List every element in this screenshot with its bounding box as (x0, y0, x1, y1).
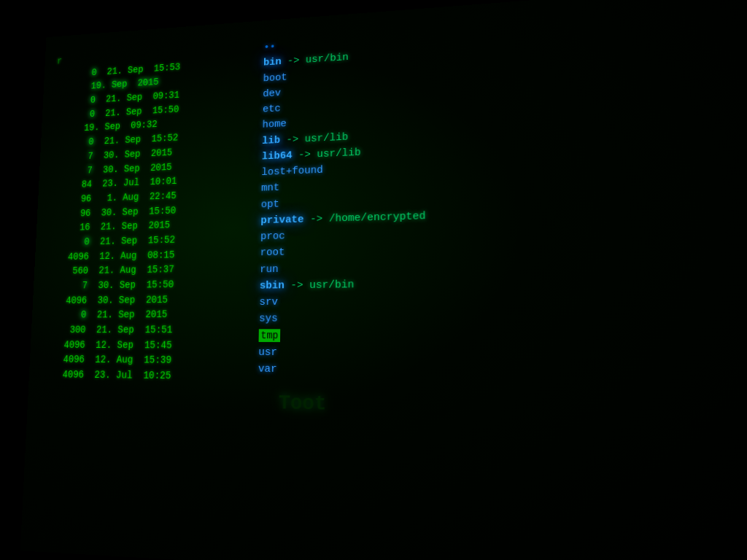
list-item: 4096 23. Jul 10:25 (41, 368, 251, 385)
dir-sys: sys (259, 308, 747, 327)
terminal-window: r 0 21. Sep 15:53 19. Sep 2015 0 21. Sep… (20, 0, 747, 560)
dir-var: var (258, 361, 747, 384)
list-item: 4096 30. Sep 2015 (44, 292, 252, 308)
list-item: 4096 12. Aug 15:39 (42, 353, 251, 370)
toot-label: Toot (279, 392, 327, 416)
list-item: 300 21. Sep 15:51 (43, 323, 252, 338)
list-item: 7 30. Sep 15:50 (45, 276, 252, 294)
list-item: 0 21. Sep 2015 (44, 307, 252, 323)
right-column: •• bin -> usr/bin boot dev etc home (248, 6, 747, 560)
list-item: 4096 12. Sep 15:45 (42, 338, 252, 354)
dir-tmp: tmp (258, 327, 747, 346)
terminal-content: r 0 21. Sep 15:53 19. Sep 2015 0 21. Sep… (20, 0, 747, 560)
left-column: r 0 21. Sep 15:53 19. Sep 2015 0 21. Sep… (34, 41, 258, 548)
